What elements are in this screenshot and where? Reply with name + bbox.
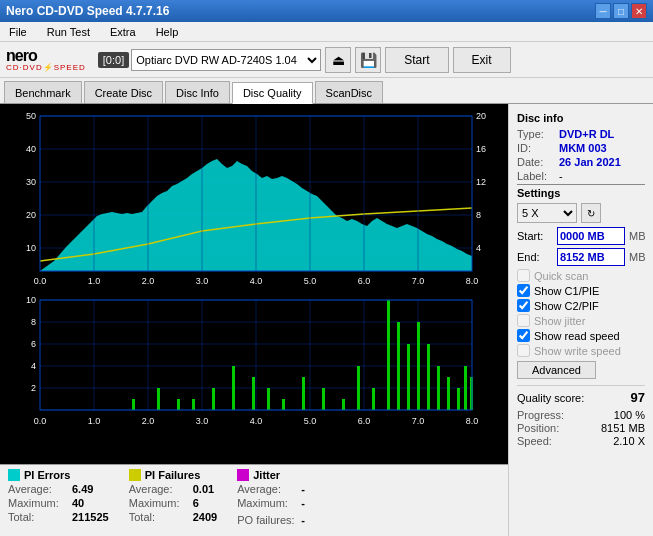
start-button[interactable]: Start [385,47,448,73]
svg-rect-75 [457,388,460,410]
svg-rect-64 [322,388,325,410]
menu-file[interactable]: File [4,24,32,40]
svg-rect-76 [464,366,467,410]
quality-label: Quality score: [517,392,584,404]
svg-text:7.0: 7.0 [412,276,425,286]
show-c2pif-checkbox[interactable] [517,299,530,312]
settings-title: Settings [517,187,645,199]
position-label: Position: [517,422,559,434]
jitter-color [237,469,249,481]
show-jitter-checkbox[interactable] [517,314,530,327]
menu-run-test[interactable]: Run Test [42,24,95,40]
app-title: Nero CD-DVD Speed 4.7.7.16 [6,4,169,18]
quick-scan-row: Quick scan [517,269,645,282]
maximize-button[interactable]: □ [613,3,629,19]
pif-max-value: 6 [193,497,199,509]
svg-rect-63 [302,377,305,410]
svg-rect-70 [407,344,410,410]
show-write-speed-checkbox[interactable] [517,344,530,357]
svg-rect-69 [397,322,400,410]
disc-label-row: Label: - [517,170,645,182]
close-button[interactable]: ✕ [631,3,647,19]
pie-title: PI Errors [24,469,70,481]
svg-rect-71 [417,322,420,410]
jitter-max-value: - [301,497,305,509]
separator-1 [517,184,645,185]
quick-scan-checkbox[interactable] [517,269,530,282]
progress-label: Progress: [517,409,564,421]
svg-text:4: 4 [476,243,481,253]
disc-label-value: - [559,170,563,182]
start-input[interactable] [557,227,625,245]
jitter-title: Jitter [253,469,280,481]
tabs-bar: Benchmark Create Disc Disc Info Disc Qua… [0,78,653,104]
pie-avg-label: Average: [8,483,68,495]
jitter-max-label: Maximum: [237,497,297,509]
pie-max-value: 40 [72,497,84,509]
speed-select[interactable]: 5 X [517,203,577,223]
svg-text:12: 12 [476,177,486,187]
pie-total-label: Total: [8,511,68,523]
svg-text:4.0: 4.0 [250,276,263,286]
speed-label: Speed: [517,435,552,447]
speed-row-progress: Speed: 2.10 X [517,435,645,447]
drive-label: [0:0] [98,52,129,68]
save-button[interactable]: 💾 [355,47,381,73]
show-write-speed-label: Show write speed [534,345,621,357]
chart-pif: 10 8 6 4 2 [2,292,506,437]
show-read-speed-checkbox[interactable] [517,329,530,342]
eject-button[interactable]: ⏏ [325,47,351,73]
drive-select[interactable]: Optiarc DVD RW AD-7240S 1.04 [131,49,321,71]
end-unit: MB [629,251,646,263]
svg-text:10: 10 [26,243,36,253]
speed-row: 5 X ↻ [517,203,645,223]
svg-text:8: 8 [476,210,481,220]
svg-text:6.0: 6.0 [358,276,371,286]
svg-rect-60 [252,377,255,410]
minimize-button[interactable]: ─ [595,3,611,19]
tab-disc-quality[interactable]: Disc Quality [232,82,313,104]
pie-color [8,469,20,481]
advanced-button[interactable]: Advanced [517,361,596,379]
position-row: Position: 8151 MB [517,422,645,434]
svg-rect-58 [212,388,215,410]
toolbar: nero CD·DVD⚡SPEED [0:0] Optiarc DVD RW A… [0,42,653,78]
speed-value: 2.10 X [613,435,645,447]
tab-disc-info[interactable]: Disc Info [165,81,230,103]
disc-id-label: ID: [517,142,559,154]
svg-rect-65 [342,399,345,410]
quick-scan-label: Quick scan [534,270,588,282]
tab-create-disc[interactable]: Create Disc [84,81,163,103]
tab-benchmark[interactable]: Benchmark [4,81,82,103]
progress-section: Progress: 100 % Position: 8151 MB Speed:… [517,409,645,447]
svg-text:5.0: 5.0 [304,276,317,286]
legend-area: PI Errors Average: 6.49 Maximum: 40 Tota… [0,464,508,536]
tab-scandisc[interactable]: ScanDisc [315,81,383,103]
end-input[interactable] [557,248,625,266]
exit-button[interactable]: Exit [453,47,511,73]
start-row: Start: MB [517,227,645,245]
menu-help[interactable]: Help [151,24,184,40]
svg-text:6: 6 [31,339,36,349]
show-read-speed-label: Show read speed [534,330,620,342]
svg-text:20: 20 [26,210,36,220]
menu-extra[interactable]: Extra [105,24,141,40]
legend-pi-failures: PI Failures Average: 0.01 Maximum: 6 Tot… [129,469,217,523]
svg-text:0.0: 0.0 [34,276,47,286]
show-c1pie-checkbox[interactable] [517,284,530,297]
po-label: PO failures: [237,514,297,526]
disc-type-label: Type: [517,128,559,140]
refresh-button[interactable]: ↻ [581,203,601,223]
svg-rect-57 [192,399,195,410]
svg-rect-62 [282,399,285,410]
svg-text:2.0: 2.0 [142,416,155,426]
po-value: - [301,514,305,526]
pie-avg-value: 6.49 [72,483,93,495]
svg-text:8: 8 [31,317,36,327]
chart-pie: 50 40 30 20 10 20 16 12 8 4 0.0 1.0 2.0 … [2,106,506,291]
pie-total-value: 211525 [72,511,109,523]
legend-pi-errors: PI Errors Average: 6.49 Maximum: 40 Tota… [8,469,109,523]
start-input-label: Start: [517,230,553,242]
position-value: 8151 MB [601,422,645,434]
svg-text:1.0: 1.0 [88,276,101,286]
